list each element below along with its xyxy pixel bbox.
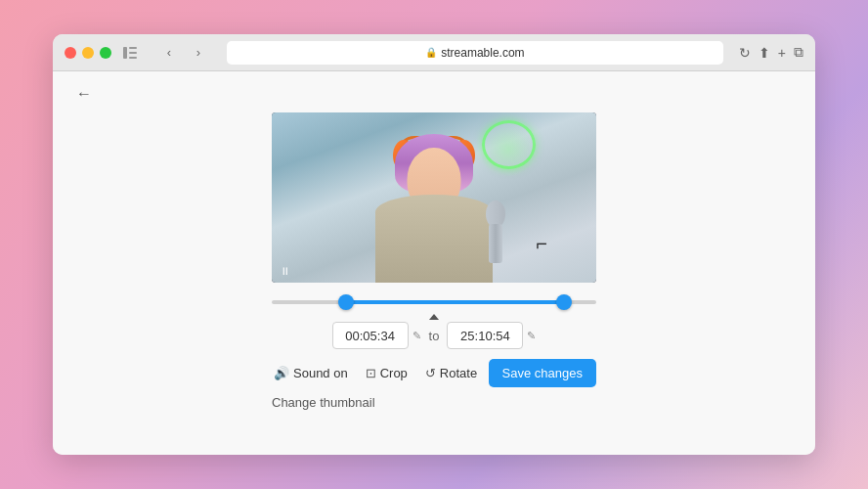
crop-label: Crop — [380, 366, 408, 380]
pause-icon: ⏸ — [280, 265, 290, 277]
svg-rect-2 — [129, 52, 137, 54]
person-figure — [336, 126, 532, 283]
rotate-label: Rotate — [440, 366, 477, 380]
svg-rect-1 — [129, 47, 137, 49]
change-thumbnail-link[interactable]: Change thumbnail — [272, 395, 375, 410]
browser-window: ‹ › 🔒 streamable.com ↻ ⬆ + ⧉ ← — [53, 34, 815, 455]
pause-indicator[interactable]: ⏸ — [280, 265, 290, 277]
url-text: streamable.com — [441, 46, 524, 60]
body — [375, 195, 493, 283]
trim-end-handle[interactable] — [556, 294, 572, 310]
trim-slider[interactable] — [272, 287, 596, 318]
crop-icon: ⊡ — [366, 366, 376, 380]
browser-actions: ↻ ⬆ + ⧉ — [739, 44, 803, 61]
tab-overview-icon[interactable]: ⧉ — [794, 44, 803, 61]
sound-icon: 🔊 — [274, 366, 289, 380]
new-tab-icon[interactable]: + — [778, 45, 786, 61]
share-icon[interactable]: ⬆ — [759, 45, 770, 61]
page-content: ← — [53, 71, 815, 455]
title-bar: ‹ › 🔒 streamable.com ↻ ⬆ + ⧉ — [53, 34, 815, 71]
maximize-button[interactable] — [100, 47, 111, 59]
nav-buttons: ‹ › — [156, 42, 211, 64]
playhead-indicator — [429, 314, 439, 320]
video-frame: ⏸ ⌐ — [272, 112, 596, 283]
save-changes-button[interactable]: Save changes — [489, 359, 596, 387]
end-time-input: 25:10:54 ✎ — [447, 322, 536, 349]
video-player[interactable]: ⏸ ⌐ — [272, 112, 596, 283]
sound-on-label: Sound on — [293, 366, 348, 380]
slider-track[interactable] — [272, 300, 596, 304]
svg-rect-3 — [129, 57, 137, 59]
address-bar[interactable]: 🔒 streamable.com — [227, 41, 723, 65]
time-separator: to — [429, 329, 440, 343]
change-thumbnail-label: Change thumbnail — [272, 395, 375, 410]
sound-on-button[interactable]: 🔊 Sound on — [272, 362, 350, 384]
lock-icon: 🔒 — [425, 47, 437, 58]
forward-nav-button[interactable]: › — [186, 42, 211, 64]
start-time-value: 00:05:34 — [345, 329, 395, 343]
slider-filled-range — [346, 300, 563, 304]
save-label: Save changes — [502, 366, 583, 380]
trim-section: 00:05:34 ✎ to 25:10:54 ✎ — [272, 287, 596, 387]
start-time-edit-icon[interactable]: ✎ — [412, 330, 421, 342]
time-inputs-row: 00:05:34 ✎ to 25:10:54 ✎ — [272, 322, 596, 349]
rotate-icon: ↺ — [425, 366, 436, 380]
traffic-lights — [65, 47, 111, 59]
microphone-stand — [489, 224, 502, 263]
back-nav-button[interactable]: ‹ — [156, 42, 182, 64]
back-button[interactable]: ← — [72, 83, 96, 105]
end-time-edit-icon[interactable]: ✎ — [527, 330, 536, 342]
reload-icon[interactable]: ↻ — [739, 45, 751, 61]
start-time-input: 00:05:34 ✎ — [332, 322, 421, 349]
start-time-field[interactable]: 00:05:34 — [332, 322, 409, 349]
tool-group: 🔊 Sound on ⊡ Crop ↺ Rotate — [272, 362, 489, 384]
content-wrapper: ← — [72, 83, 796, 410]
edit-toolbar: 🔊 Sound on ⊡ Crop ↺ Rotate Sav — [272, 359, 596, 387]
rotate-button[interactable]: ↺ Rotate — [423, 362, 479, 384]
trim-start-handle[interactable] — [338, 294, 354, 310]
sidebar-toggle-icon[interactable] — [119, 42, 141, 64]
end-time-value: 25:10:54 — [460, 329, 510, 343]
close-button[interactable] — [65, 47, 76, 59]
end-time-field[interactable]: 25:10:54 — [447, 322, 523, 349]
back-arrow-icon: ← — [76, 85, 92, 102]
crop-button[interactable]: ⊡ Crop — [364, 362, 410, 384]
svg-rect-0 — [123, 47, 127, 59]
minimize-button[interactable] — [82, 47, 94, 59]
